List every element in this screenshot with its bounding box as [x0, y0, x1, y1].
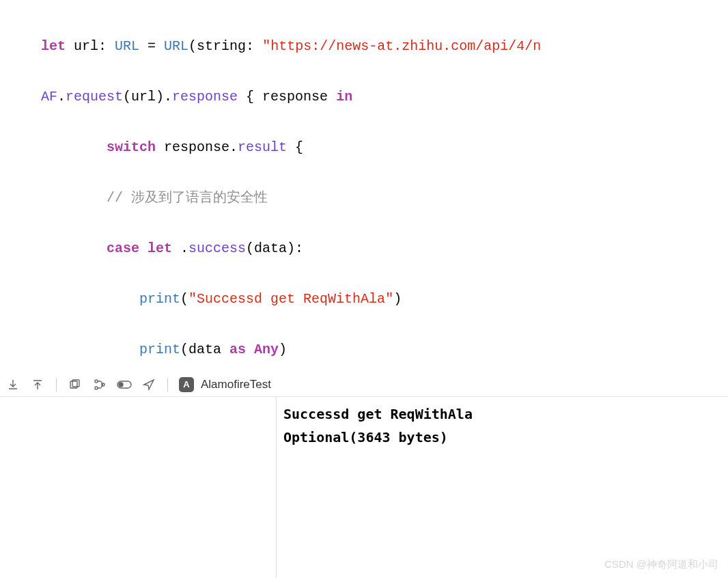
console-line: Optional(3643 bytes)	[283, 426, 721, 449]
code-editor[interactable]: let url: URL = URL(string: "https://news…	[0, 0, 728, 372]
keyword-let: let	[41, 38, 66, 54]
svg-point-2	[95, 380, 98, 383]
console-output[interactable]: Successd get ReqWithAla Optional(3643 by…	[277, 397, 728, 578]
comment: // 涉及到了语言的安全性	[107, 190, 268, 206]
console-line: Successd get ReqWithAla	[283, 402, 721, 426]
svg-point-3	[95, 387, 98, 389]
app-logo-icon: A	[179, 377, 194, 392]
watermark: CSDN @神奇阿道和小司	[604, 558, 718, 571]
type-url: URL	[115, 38, 139, 54]
svg-point-6	[119, 383, 123, 387]
separator	[167, 378, 168, 391]
branch-icon[interactable]	[92, 377, 107, 392]
variables-panel[interactable]	[0, 397, 277, 578]
console-area: Successd get ReqWithAla Optional(3643 by…	[0, 397, 728, 578]
app-name-label: AlamofireTest	[201, 378, 271, 391]
debug-toolbar: A AlamofireTest	[0, 372, 728, 397]
toggle-icon[interactable]	[117, 377, 132, 392]
download-icon[interactable]	[5, 377, 20, 392]
stack-icon[interactable]	[68, 377, 83, 392]
separator	[56, 378, 57, 391]
location-icon[interactable]	[141, 377, 156, 392]
upload-icon[interactable]	[30, 377, 45, 392]
string-literal: "https://news-at.zhihu.com/api/4/n	[262, 38, 541, 54]
app-target[interactable]: A AlamofireTest	[179, 377, 271, 392]
